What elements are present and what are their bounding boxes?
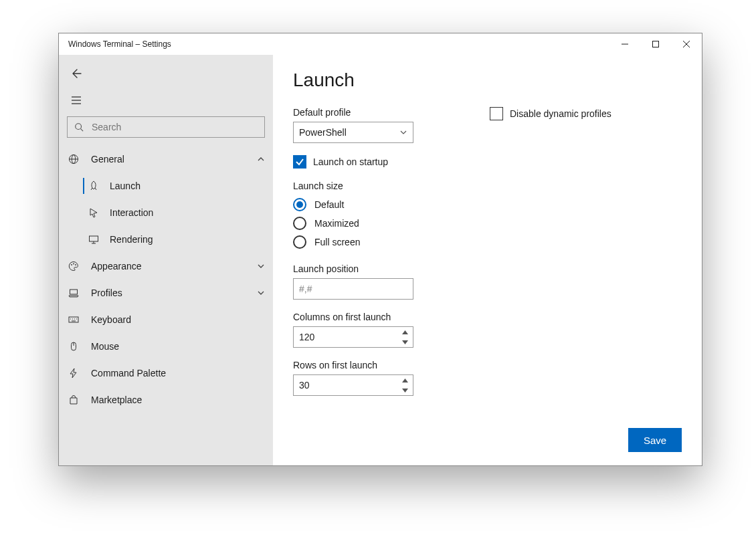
- globe-icon: [67, 152, 80, 166]
- sidebar-item-keyboard[interactable]: Keyboard: [59, 306, 273, 333]
- chevron-up-icon: [257, 155, 265, 163]
- svg-line-8: [81, 129, 84, 132]
- radio-label: Maximized: [314, 218, 359, 229]
- search-input[interactable]: [90, 121, 264, 133]
- svg-rect-12: [90, 236, 98, 241]
- rows-step-down[interactable]: [397, 385, 413, 395]
- close-icon: [683, 41, 690, 47]
- sidebar-subitem-label: Launch: [110, 181, 140, 191]
- maximize-icon: [652, 41, 659, 47]
- sidebar-item-mouse[interactable]: Mouse: [59, 333, 273, 360]
- shopping-bag-icon: [67, 393, 80, 407]
- sidebar-item-label: Keyboard: [91, 314, 265, 325]
- content-pane: Launch Default profile PowerShell: [273, 55, 702, 465]
- default-profile-dropdown[interactable]: PowerShell: [293, 122, 413, 143]
- launch-size-radio-default[interactable]: [293, 198, 306, 211]
- launch-size-radio-fullscreen[interactable]: [293, 235, 306, 249]
- svg-rect-1: [653, 41, 659, 47]
- search-icon: [74, 122, 84, 132]
- mouse-icon: [67, 340, 80, 353]
- hamburger-icon: [71, 95, 82, 106]
- sidebar-subitem-launch[interactable]: Launch: [59, 173, 273, 199]
- search-box[interactable]: [67, 116, 265, 138]
- keyboard-icon: [67, 313, 80, 326]
- caret-up-icon: [402, 330, 408, 334]
- rows-label: Rows on first launch: [293, 360, 682, 370]
- svg-point-17: [75, 264, 76, 265]
- caret-down-icon: [402, 340, 408, 344]
- palette-icon: [67, 259, 80, 273]
- sidebar-subitem-interaction[interactable]: Interaction: [59, 199, 273, 226]
- dropdown-selected-value: PowerShell: [299, 127, 399, 138]
- launch-on-startup-label: Launch on startup: [313, 156, 388, 167]
- monitor-icon: [87, 233, 100, 246]
- columns-value: 120: [299, 332, 314, 342]
- disable-dynamic-profiles-label: Disable dynamic profiles: [510, 108, 611, 119]
- back-arrow-icon: [71, 68, 82, 79]
- rows-value: 30: [299, 380, 310, 391]
- chevron-down-icon: [257, 289, 265, 297]
- rocket-icon: [87, 179, 100, 193]
- columns-step-down[interactable]: [397, 337, 413, 347]
- cursor-icon: [87, 206, 100, 219]
- sidebar-item-label: Appearance: [91, 261, 257, 271]
- launch-size-radio-maximized[interactable]: [293, 217, 306, 230]
- launch-size-label: Launch size: [293, 181, 682, 191]
- sidebar-item-label: Command Palette: [91, 368, 265, 378]
- svg-rect-19: [69, 317, 78, 322]
- sidebar-item-label: Mouse: [91, 341, 265, 352]
- sidebar-item-marketplace[interactable]: Marketplace: [59, 387, 273, 413]
- sidebar: General Launch: [59, 55, 273, 465]
- hamburger-button[interactable]: [63, 87, 90, 114]
- title-bar: Windows Terminal – Settings: [59, 33, 702, 55]
- sidebar-subitem-rendering[interactable]: Rendering: [59, 226, 273, 253]
- chevron-down-icon: [399, 128, 407, 136]
- disable-dynamic-profiles-checkbox[interactable]: [490, 107, 503, 120]
- settings-window: Windows Terminal – Settings: [58, 33, 702, 466]
- lightning-icon: [67, 366, 80, 380]
- save-button[interactable]: Save: [628, 428, 682, 452]
- launch-on-startup-checkbox[interactable]: [293, 155, 306, 169]
- laptop-icon: [67, 286, 80, 300]
- default-profile-label: Default profile: [293, 107, 413, 118]
- chevron-down-icon: [257, 262, 265, 270]
- close-button[interactable]: [671, 33, 702, 55]
- columns-input[interactable]: 120: [293, 326, 413, 348]
- rows-step-up[interactable]: [397, 375, 413, 385]
- svg-point-16: [73, 263, 74, 265]
- sidebar-item-label: Profiles: [91, 288, 257, 298]
- sidebar-subitem-label: Interaction: [110, 207, 153, 218]
- radio-label: Default: [314, 199, 344, 210]
- window-title: Windows Terminal – Settings: [68, 39, 171, 49]
- maximize-button[interactable]: [640, 33, 671, 55]
- back-button[interactable]: [63, 60, 90, 87]
- launch-position-label: Launch position: [293, 263, 682, 274]
- check-icon: [295, 157, 304, 167]
- launch-position-input[interactable]: [293, 278, 413, 300]
- sidebar-item-general[interactable]: General: [59, 146, 273, 173]
- sidebar-item-label: General: [91, 154, 257, 164]
- svg-point-15: [71, 264, 72, 265]
- sidebar-item-label: Marketplace: [91, 395, 265, 405]
- columns-label: Columns on first launch: [293, 312, 682, 322]
- svg-point-7: [76, 124, 82, 130]
- minimize-icon: [622, 41, 628, 47]
- sidebar-item-command-palette[interactable]: Command Palette: [59, 360, 273, 387]
- svg-rect-18: [70, 290, 78, 294]
- rows-input[interactable]: 30: [293, 374, 413, 396]
- caret-up-icon: [402, 378, 408, 382]
- minimize-button[interactable]: [609, 33, 640, 55]
- sidebar-item-appearance[interactable]: Appearance: [59, 253, 273, 280]
- caret-down-icon: [402, 389, 408, 393]
- sidebar-subitem-label: Rendering: [110, 234, 153, 245]
- sidebar-item-profiles[interactable]: Profiles: [59, 280, 273, 306]
- columns-step-up[interactable]: [397, 327, 413, 337]
- radio-label: Full screen: [314, 237, 360, 247]
- page-title: Launch: [293, 70, 682, 91]
